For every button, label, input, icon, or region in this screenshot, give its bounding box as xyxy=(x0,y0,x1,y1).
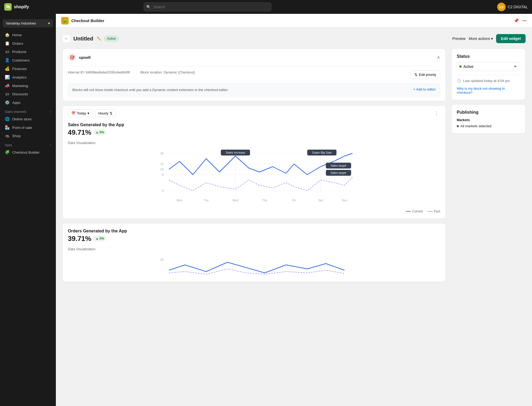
collapse-button[interactable]: ∧ xyxy=(437,54,440,60)
internal-id: Internal ID: 64808ea6ebe2030c4eafd49f xyxy=(68,70,130,74)
two-column-layout: 🎯 upsell ∧ Internal ID: 64808ea6ebe2030c… xyxy=(62,48,526,286)
search-input[interactable] xyxy=(144,2,271,11)
publishing-title: Publishing xyxy=(457,110,520,115)
more-actions-button[interactable]: More actions ▾ xyxy=(469,36,493,41)
sidebar-item-customers[interactable]: 👤 Customers xyxy=(2,56,54,64)
sidebar-item-orders[interactable]: 📋 Orders xyxy=(2,39,54,48)
upsell-card-header: 🎯 upsell ∧ xyxy=(63,49,446,66)
chevron-down-icon-actions: ▾ xyxy=(491,36,493,41)
top-navigation: 🛍 shopify 🔍 C2 C2 DIGITAL xyxy=(0,0,532,14)
app-icon: 🧩 xyxy=(61,17,69,24)
status-select-wrap: Active Inactive xyxy=(457,62,520,71)
edit-name-icon[interactable]: ✏️ xyxy=(97,36,101,41)
status-select[interactable]: Active Inactive xyxy=(457,62,520,71)
status-card-body: Status Active Inactive 🕓 Last updat xyxy=(451,49,525,100)
svg-text:20: 20 xyxy=(160,152,164,155)
shop-icon: 🛍 xyxy=(5,134,10,138)
orders-chart-stat: 39.71% ▲ 5% xyxy=(68,235,440,243)
sidebar-item-point-of-sale[interactable]: 🏪 Point of sale xyxy=(2,123,54,132)
preview-button[interactable]: Preview xyxy=(452,36,466,41)
search-icon: 🔍 xyxy=(146,5,151,9)
sales-chart-title: Sales Generated by the App xyxy=(68,122,440,127)
orders-card: Orders Generated by the App 39.71% ▲ 5% … xyxy=(62,223,446,282)
checkout-builder-icon: 🧩 xyxy=(5,150,10,155)
svg-text:8: 8 xyxy=(162,173,164,176)
more-options-icon[interactable]: ••• xyxy=(522,18,527,23)
sidebar-item-label: Online store xyxy=(12,117,32,121)
sidebar-item-products[interactable]: 🏷 Products xyxy=(2,48,54,56)
store-selector[interactable]: Vandelay Industries ▾ xyxy=(3,19,53,27)
online-store-icon: 🌐 xyxy=(5,117,10,121)
app-header: 🧩 Checkout Builder 📌 ••• xyxy=(56,14,532,28)
back-button[interactable]: ← xyxy=(62,34,71,43)
sidebar-item-discounts[interactable]: 🏷 Discounts xyxy=(2,90,54,98)
calendar-icon: 📅 xyxy=(71,111,76,115)
home-icon: 🏠 xyxy=(5,32,10,37)
products-icon: 🏷 xyxy=(5,50,10,54)
today-filter-button[interactable]: 📅 Today ▾ xyxy=(68,109,93,117)
clock-icon: 🕓 xyxy=(457,79,461,83)
sidebar-item-online-store[interactable]: 🌐 Online store xyxy=(2,115,54,123)
chevron-right-icon: › xyxy=(50,110,51,114)
publishing-card-body: Publishing Markets All markets selected xyxy=(451,105,525,133)
sidebar-item-finances[interactable]: 💰 Finances xyxy=(2,64,54,73)
sidebar-item-apps[interactable]: ⚙️ Apps xyxy=(2,98,54,107)
sidebar-item-label: Checkout Builder xyxy=(12,150,40,154)
orders-chart-title: Orders Generated by the App xyxy=(68,229,440,233)
sidebar-item-checkout-builder[interactable]: 🧩 Checkout Builder xyxy=(2,148,54,157)
sidebar-item-label: Apps xyxy=(12,101,20,105)
sidebar-item-shop[interactable]: 🛍 Shop xyxy=(2,132,54,140)
svg-text:10: 10 xyxy=(160,168,164,171)
pin-icon[interactable]: 📌 xyxy=(514,18,519,23)
sidebar-item-label: Finances xyxy=(12,67,27,71)
edit-priority-button[interactable]: ⇅ Edit priority xyxy=(410,70,440,79)
sidebar-nav: 🏠 Home 📋 Orders 🏷 Products 👤 Customers 💰… xyxy=(0,31,56,157)
svg-text:12: 12 xyxy=(160,162,164,166)
sidebar: Vandelay Industries ▾ 🏠 Home 📋 Orders 🏷 … xyxy=(0,14,56,406)
chevron-updown-icon: ⇅ xyxy=(110,111,113,115)
shopify-icon: 🛍 xyxy=(4,3,12,11)
svg-text:20: 20 xyxy=(160,258,164,261)
svg-text:Super Big Sale: Super Big Sale xyxy=(312,151,331,154)
sidebar-item-label: Marketing xyxy=(12,84,28,88)
status-title: Status xyxy=(457,54,520,59)
main-column: 🎯 upsell ∧ Internal ID: 64808ea6ebe2030c… xyxy=(62,48,446,286)
orders-trend-up-icon: ▲ xyxy=(95,237,99,240)
sidebar-item-home[interactable]: 🏠 Home xyxy=(2,31,54,39)
sidebar-item-label: Analytics xyxy=(12,75,27,79)
search-area: 🔍 xyxy=(144,2,271,11)
side-column: Status Active Inactive 🕓 Last updat xyxy=(451,48,526,286)
marketing-icon: 📣 xyxy=(5,83,10,88)
svg-text:Wed: Wed xyxy=(232,199,238,202)
app-header-left: 🧩 Checkout Builder xyxy=(61,17,104,24)
sidebar-item-marketing[interactable]: 📣 Marketing xyxy=(2,81,54,90)
analytics-icon: 📊 xyxy=(5,75,10,80)
sidebar-item-analytics[interactable]: 📊 Analytics xyxy=(2,73,54,81)
market-active-dot xyxy=(457,125,459,127)
block-location: Block location: Dynamic (Checkout) xyxy=(140,70,195,74)
user-menu[interactable]: C2 C2 DIGITAL xyxy=(497,3,528,11)
markets-label: Markets xyxy=(457,118,520,122)
sales-percent: 49.71% xyxy=(68,128,91,137)
widget-name: Untitled xyxy=(73,36,93,42)
logo: 🛍 shopify xyxy=(4,3,29,11)
svg-text:Thu: Thu xyxy=(262,199,267,202)
svg-text:Mon: Mon xyxy=(177,199,182,202)
hourly-filter-button[interactable]: Hourly ⇅ xyxy=(95,109,116,117)
add-to-editor-link[interactable]: + Add to editor xyxy=(413,87,436,91)
orders-icon: 📋 xyxy=(5,41,10,46)
chart-more-options-button[interactable]: ⋮ xyxy=(434,110,440,116)
sales-chart-stat: 49.71% ▲ 5% xyxy=(68,128,440,137)
svg-text:0: 0 xyxy=(162,189,164,192)
sales-chart-svg: 20 12 10 8 0 Mon Tue Wed Thu xyxy=(68,148,440,207)
upsell-icon: 🎯 xyxy=(68,53,76,61)
edit-widget-button[interactable]: Edit widget xyxy=(496,34,526,43)
user-name: C2 DIGITAL xyxy=(508,5,528,9)
chart-filters: 📅 Today ▾ Hourly ⇅ ⋮ xyxy=(63,106,446,117)
svg-text:Sales target: Sales target xyxy=(331,171,346,174)
sidebar-item-label: Products xyxy=(12,50,26,54)
meta-info: Internal ID: 64808ea6ebe2030c4eafd49f Bl… xyxy=(68,70,195,74)
help-link[interactable]: Why is my block not showing in checkout? xyxy=(457,87,520,95)
logo-text: shopify xyxy=(14,5,29,9)
apps-section: Apps › xyxy=(2,140,54,148)
